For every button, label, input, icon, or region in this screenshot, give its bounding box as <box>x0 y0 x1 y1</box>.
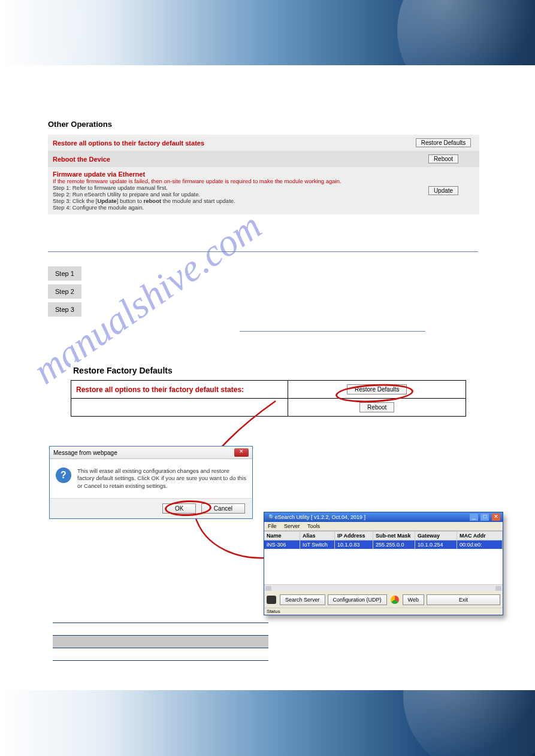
dialog-message: This will erase all existing configurati… <box>77 467 246 490</box>
esearch-window: 🔎 eSearch Utility [ v1.2.2, Oct.04, 2019… <box>264 512 503 615</box>
page-footer-band <box>0 690 535 756</box>
esearch-row[interactable]: iNS-306 IoT Switch 10.1.0.83 255.255.0.0… <box>264 541 503 549</box>
esearch-columns: Name Alias IP Address Sub-net Mask Gatew… <box>264 531 503 541</box>
cancel-button[interactable]: Cancel <box>201 503 245 514</box>
dialog-title: Message from webpage <box>53 450 117 456</box>
firmware-step1: Step 1: Refer to firmware update manual … <box>53 184 403 191</box>
restore-panel-title: Restore Factory Defaults <box>73 366 464 375</box>
restore-factory-panel: Restore Factory Defaults Restore all opt… <box>71 362 466 417</box>
col-name[interactable]: Name <box>264 531 300 541</box>
update-button[interactable]: Update <box>428 186 458 195</box>
table-row: Reboot <box>71 399 466 417</box>
restore-defaults-button[interactable]: Restore Defaults <box>416 138 471 147</box>
cell-gateway: 10.1.0.254 <box>415 541 457 549</box>
reboot-device-title: Reboot the Device <box>53 156 110 163</box>
bottom-cell <box>139 623 268 636</box>
status-bar: Status <box>264 608 503 615</box>
step-list: Step 1 Step 2 Step 3 <box>48 266 81 320</box>
firmware-step3: Step 3: Click the [Update] button to reb… <box>53 198 403 204</box>
confirm-dialog: Message from webpage ✕ ? This will erase… <box>49 446 253 519</box>
configuration-button[interactable]: Configuration (UDP) <box>328 594 387 605</box>
divider <box>48 251 478 252</box>
maximize-icon[interactable]: □ <box>480 514 489 521</box>
bottom-cell <box>53 623 139 636</box>
step-2-box: Step 2 <box>48 284 81 299</box>
web-button[interactable]: Web <box>403 594 424 605</box>
firmware-step2: Step 2: Run eSearch Utility to prepare a… <box>53 191 403 198</box>
ball-decoration <box>397 0 535 65</box>
cell-ip: 10.1.0.83 <box>335 541 373 549</box>
bottom-table <box>53 623 268 661</box>
minimize-icon[interactable]: _ <box>470 514 478 521</box>
chrome-icon <box>391 596 399 604</box>
restore-defaults-button-2[interactable]: Restore Defaults <box>347 384 407 394</box>
bottom-header-cell <box>53 636 139 648</box>
menu-file[interactable]: File <box>268 523 277 529</box>
table-row: Firmware update via Ethernet If the remo… <box>48 167 479 214</box>
col-ip[interactable]: IP Address <box>335 531 373 541</box>
table-row: Restore all options to their factory def… <box>71 381 466 399</box>
menu-tools[interactable]: Tools <box>307 523 320 529</box>
reboot-button-2[interactable]: Reboot <box>359 402 394 412</box>
ball-decoration <box>403 690 535 756</box>
cell-mac: 00:0d:e0: <box>457 541 503 549</box>
esearch-toolbar: Search Server Configuration (UDP) Web Ex… <box>264 592 503 608</box>
page-header-band <box>0 0 535 65</box>
restore-option-label: Restore all options to their factory def… <box>71 381 288 399</box>
question-icon: ? <box>56 467 71 483</box>
cell-alias: IoT Switch <box>300 541 335 549</box>
other-operations-table: Restore all options to their factory def… <box>48 135 479 214</box>
search-server-button[interactable]: Search Server <box>280 594 325 605</box>
reboot-option-label <box>71 399 288 417</box>
scrollbar[interactable] <box>264 585 503 592</box>
restore-defaults-title: Restore all options to their factory def… <box>53 139 204 147</box>
col-alias[interactable]: Alias <box>300 531 335 541</box>
close-icon[interactable]: ✕ <box>492 514 500 521</box>
menu-server[interactable]: Server <box>284 523 300 529</box>
firmware-update-title: Firmware update via Ethernet <box>53 171 403 178</box>
step-3-box: Step 3 <box>48 302 81 317</box>
scroll-left-icon[interactable] <box>265 586 271 591</box>
esearch-body <box>264 549 503 585</box>
binoculars-icon <box>267 596 276 604</box>
table-row: Restore all options to their factory def… <box>48 135 479 151</box>
gear-decoration <box>0 0 84 65</box>
step-1-box: Step 1 <box>48 266 81 281</box>
bottom-header-cell <box>139 636 268 648</box>
bottom-cell <box>53 648 139 661</box>
cell-subnet: 255.255.0.0 <box>373 541 415 549</box>
reboot-button[interactable]: Reboot <box>428 154 458 163</box>
col-subnet[interactable]: Sub-net Mask <box>373 531 415 541</box>
esearch-title: 🔎 eSearch Utility [ v1.2.2, Oct.04, 2019… <box>267 514 365 520</box>
exit-button[interactable]: Exit <box>427 594 500 605</box>
col-gateway[interactable]: Gateway <box>415 531 457 541</box>
esearch-menu: File Server Tools <box>264 522 503 531</box>
other-operations-heading: Other Operations <box>48 120 485 129</box>
close-icon[interactable]: ✕ <box>234 448 249 457</box>
divider <box>240 331 425 332</box>
firmware-step4: Step 4: Configure the module again. <box>53 204 403 211</box>
scroll-right-icon[interactable] <box>495 586 501 591</box>
bottom-cell <box>139 648 268 661</box>
table-row: Reboot the Device Reboot <box>48 151 479 167</box>
cell-name: iNS-306 <box>264 541 300 549</box>
col-mac[interactable]: MAC Addr <box>457 531 503 541</box>
firmware-update-warning: If the remote firmware update is failed,… <box>53 178 403 184</box>
ok-button[interactable]: OK <box>162 503 196 514</box>
